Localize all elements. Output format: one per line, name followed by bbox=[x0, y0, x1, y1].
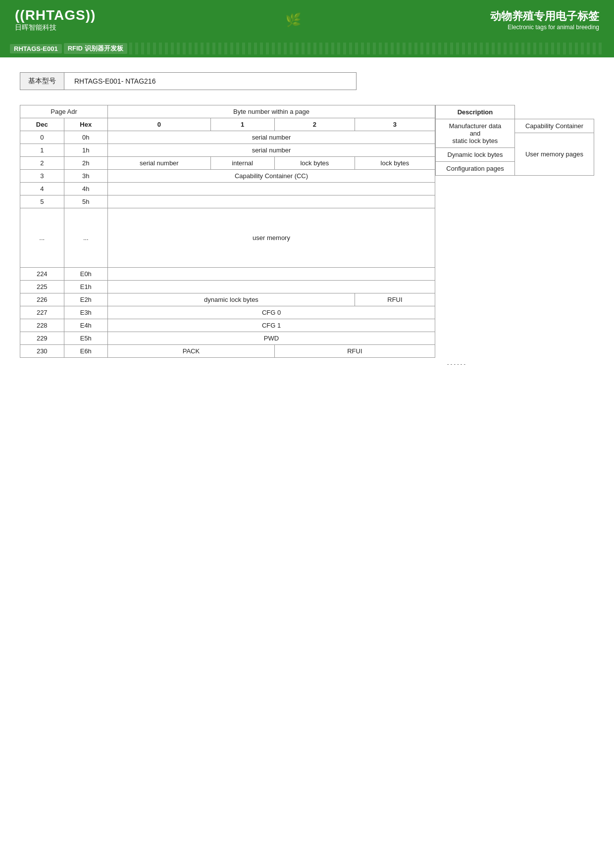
row-hex: E5h bbox=[64, 332, 108, 345]
row-b3: lock bytes bbox=[355, 157, 435, 170]
breadcrumb-bar: RHTAGS-E001 RFID 识别器开发板 bbox=[0, 40, 614, 57]
page-adr-header: Page Adr bbox=[20, 105, 108, 118]
row-dec: 228 bbox=[20, 319, 64, 332]
table-row: 3 3h Capability Container (CC) bbox=[20, 170, 435, 183]
row-hex: E3h bbox=[64, 306, 108, 319]
row-b1: internal bbox=[210, 157, 274, 170]
page-header: ((RHTAGS)) 日晖智能科技 🌿 动物养殖专用电子标签 Electroni… bbox=[0, 0, 614, 40]
row-dec: 3 bbox=[20, 170, 64, 183]
byte-number-header: Byte number within a page bbox=[108, 105, 435, 118]
bottom-note: - - - - - - bbox=[20, 361, 465, 367]
model-label: 基本型号 bbox=[20, 73, 64, 90]
table-row: 224 E0h bbox=[20, 268, 435, 281]
table-section: Page Adr Byte number within a page Dec H… bbox=[20, 105, 594, 367]
row-dec: 5 bbox=[20, 195, 64, 208]
row-data-user-memory: user memory bbox=[108, 208, 435, 268]
row-b2-rfui: RFUI bbox=[274, 345, 435, 358]
row-b0-pack: PACK bbox=[108, 345, 275, 358]
model-value: RHTAGS-E001- NTAG216 bbox=[64, 73, 165, 89]
col-dec: Dec bbox=[20, 118, 64, 131]
row-hex: ... bbox=[64, 208, 108, 268]
logo-area: ((RHTAGS)) 日晖智能科技 bbox=[15, 7, 96, 32]
row-dec: 229 bbox=[20, 332, 64, 345]
main-content: 基本型号 RHTAGS-E001- NTAG216 Page Adr Byte … bbox=[0, 57, 614, 382]
table-header-top: Page Adr Byte number within a page bbox=[20, 105, 435, 118]
row-data bbox=[108, 195, 435, 208]
row-dec: 4 bbox=[20, 183, 64, 195]
row-b0: serial number bbox=[108, 157, 211, 170]
row-dec: 1 bbox=[20, 144, 64, 157]
table-row: 227 E3h CFG 0 bbox=[20, 306, 435, 319]
row-dec: 226 bbox=[20, 293, 64, 306]
breadcrumb-item-2: RFID 识别器开发板 bbox=[64, 43, 127, 54]
title-en: Electronic tags for animal breeding bbox=[490, 24, 599, 31]
col-3: 3 bbox=[355, 118, 435, 131]
desc-user-memory: User memory pages bbox=[515, 133, 594, 176]
row-dec: ... bbox=[20, 208, 64, 268]
row-hex: E2h bbox=[64, 293, 108, 306]
table-row: 1 1h serial number bbox=[20, 144, 435, 157]
table-row: 228 E4h CFG 1 bbox=[20, 319, 435, 332]
row-dec: 230 bbox=[20, 345, 64, 358]
row-hex: 1h bbox=[64, 144, 108, 157]
row-data bbox=[108, 268, 435, 281]
desc-manufacturer: Manufacturer data andstatic lock bytes bbox=[436, 119, 515, 148]
desc-dynamic-lock: Dynamic lock bytes bbox=[436, 148, 515, 162]
row-data bbox=[108, 281, 435, 293]
row-dec: 225 bbox=[20, 281, 64, 293]
breadcrumb-stripes bbox=[129, 43, 604, 54]
row-data-pwd: PWD bbox=[108, 332, 435, 345]
desc-header-row: Description bbox=[436, 105, 594, 119]
row-dec: 0 bbox=[20, 131, 64, 144]
row-hex: 5h bbox=[64, 195, 108, 208]
row-hex: E1h bbox=[64, 281, 108, 293]
row-dec: 227 bbox=[20, 306, 64, 319]
page-note: - - - - - - bbox=[447, 361, 465, 367]
row-hex: E4h bbox=[64, 319, 108, 332]
table-row: 4 4h bbox=[20, 183, 435, 195]
row-hex: 2h bbox=[64, 157, 108, 170]
row-b0-dynamic: dynamic lock bytes bbox=[108, 293, 355, 306]
title-cn: 动物养殖专用电子标签 bbox=[490, 9, 599, 24]
row-data: Capability Container (CC) bbox=[108, 170, 435, 183]
table-row: 230 E6h PACK RFUI bbox=[20, 345, 435, 358]
row-data-cfg1: CFG 1 bbox=[108, 319, 435, 332]
breadcrumb-item-1: RHTAGS-E001 bbox=[10, 44, 62, 53]
table-row: 0 0h serial number bbox=[20, 131, 435, 144]
row-data: serial number bbox=[108, 144, 435, 157]
table-wrapper: Page Adr Byte number within a page Dec H… bbox=[20, 105, 594, 358]
row-data-cfg0: CFG 0 bbox=[108, 306, 435, 319]
table-row: 225 E1h bbox=[20, 281, 435, 293]
col-0: 0 bbox=[108, 118, 211, 131]
row-data bbox=[108, 183, 435, 195]
col-hex: Hex bbox=[64, 118, 108, 131]
memory-table: Page Adr Byte number within a page Dec H… bbox=[20, 105, 435, 358]
row-data: serial number bbox=[108, 131, 435, 144]
model-row: 基本型号 RHTAGS-E001- NTAG216 bbox=[20, 72, 357, 90]
header-center: 🌿 bbox=[285, 12, 301, 28]
row-dec: 224 bbox=[20, 268, 64, 281]
desc-config: Configuration pages bbox=[436, 162, 515, 176]
table-row: 229 E5h PWD bbox=[20, 332, 435, 345]
table-row: 2 2h serial number internal lock bytes l… bbox=[20, 157, 435, 170]
row-b2: lock bytes bbox=[274, 157, 355, 170]
row-hex: 4h bbox=[64, 183, 108, 195]
col-1: 1 bbox=[210, 118, 274, 131]
table-row: ... ... user memory bbox=[20, 208, 435, 268]
desc-cc: Capability Container bbox=[515, 119, 594, 133]
row-hex: 0h bbox=[64, 131, 108, 144]
logo-text: ((RHTAGS)) bbox=[15, 7, 96, 23]
row-hex: E0h bbox=[64, 268, 108, 281]
table-row: 5 5h bbox=[20, 195, 435, 208]
description-table: Description Manufacturer data andstatic … bbox=[435, 105, 594, 176]
row-hex: E6h bbox=[64, 345, 108, 358]
plant-icon: 🌿 bbox=[285, 12, 301, 28]
table-col-header: Dec Hex 0 1 2 3 bbox=[20, 118, 435, 131]
logo-sub: 日晖智能科技 bbox=[15, 23, 96, 32]
header-right: 动物养殖专用电子标签 Electronic tags for animal br… bbox=[490, 9, 599, 31]
row-b3-rfui: RFUI bbox=[355, 293, 435, 306]
table-row: 226 E2h dynamic lock bytes RFUI bbox=[20, 293, 435, 306]
desc-header: Description bbox=[436, 105, 515, 119]
row-dec: 2 bbox=[20, 157, 64, 170]
col-2: 2 bbox=[274, 118, 355, 131]
